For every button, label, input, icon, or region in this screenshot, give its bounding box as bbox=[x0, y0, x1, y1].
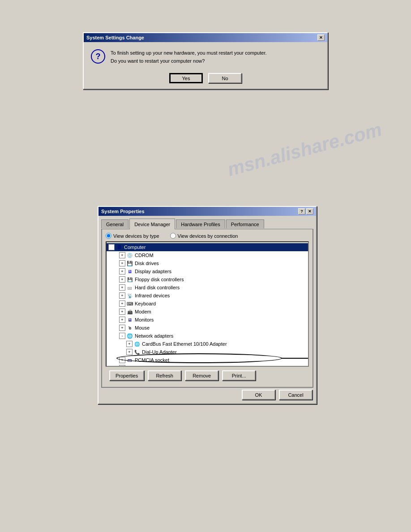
device-item-harddisk[interactable]: + 🖴 Hard disk controllers bbox=[107, 283, 308, 292]
cardbus-icon: 🌐 bbox=[133, 340, 141, 348]
device-list: - 🖥 Computer + 💿 CDROM + 💾 Disk drives bbox=[107, 242, 308, 367]
settings-body: ? To finish setting up your new hardware… bbox=[91, 49, 320, 65]
system-properties-dialog: System Properties ? ✕ General Device Man… bbox=[98, 206, 317, 404]
device-label-network-adapters: Network adapters bbox=[135, 333, 173, 339]
device-item-pcmcia[interactable]: + 🗃 PCMCIA socket bbox=[107, 356, 308, 364]
device-label-ports: Ports (COM & LPT) bbox=[135, 365, 177, 367]
settings-title: System Settings Change bbox=[86, 35, 144, 40]
radio-by-connection[interactable]: View devices by connection bbox=[170, 233, 238, 239]
dialup-icon: 📞 bbox=[133, 348, 141, 356]
device-item-computer[interactable]: - 🖥 Computer bbox=[107, 243, 308, 251]
expand-dialup[interactable]: + bbox=[126, 349, 133, 355]
floppy-icon: 💾 bbox=[126, 276, 133, 283]
settings-content: ? To finish setting up your new hardware… bbox=[84, 42, 327, 89]
tab-hardware-profiles[interactable]: Hardware Profiles bbox=[176, 219, 225, 228]
expand-modem[interactable]: + bbox=[119, 309, 125, 315]
cdrom-icon: 💿 bbox=[126, 252, 133, 259]
expand-network[interactable]: - bbox=[119, 333, 125, 339]
close-button[interactable]: ✕ bbox=[317, 34, 325, 41]
device-item-cdrom[interactable]: + 💿 CDROM bbox=[107, 251, 308, 259]
modem-icon: 📠 bbox=[126, 308, 133, 315]
titlebar-buttons: ✕ bbox=[317, 34, 325, 41]
device-label-cardbus: CardBus Fast Ethernet 10/100 Adapter bbox=[142, 341, 227, 347]
device-label-mouse: Mouse bbox=[135, 325, 150, 330]
device-item-display-adapters[interactable]: + 🖥 Display adapters bbox=[107, 267, 308, 275]
expand-floppy[interactable]: + bbox=[119, 276, 125, 283]
refresh-button[interactable]: Refresh bbox=[148, 370, 181, 381]
tab-general[interactable]: General bbox=[101, 219, 128, 228]
properties-button[interactable]: Properties bbox=[109, 370, 144, 381]
sysprop-title: System Properties bbox=[101, 209, 145, 214]
settings-titlebar: System Settings Change ✕ bbox=[84, 33, 327, 42]
device-item-ports[interactable]: + 🔌 Ports (COM & LPT) bbox=[107, 364, 308, 367]
computer-icon: 🖥 bbox=[116, 244, 123, 251]
help-button[interactable]: ? bbox=[298, 208, 305, 215]
expand-cardbus[interactable]: + bbox=[126, 341, 133, 347]
radio-by-connection-label: View devices by connection bbox=[178, 233, 238, 239]
tab-performance[interactable]: Performance bbox=[226, 219, 264, 228]
expand-infrared[interactable]: + bbox=[119, 292, 125, 299]
device-label-cdrom: CDROM bbox=[135, 253, 154, 258]
expand-ports[interactable]: + bbox=[119, 365, 125, 367]
no-button[interactable]: No bbox=[208, 73, 242, 83]
monitor-icon: 🖥 bbox=[126, 316, 133, 323]
mouse-icon: 🖱 bbox=[126, 324, 133, 331]
network-icon: 🌐 bbox=[126, 332, 133, 339]
device-item-floppy[interactable]: + 💾 Floppy disk controllers bbox=[107, 275, 308, 283]
expand-keyboard[interactable]: + bbox=[119, 300, 125, 307]
settings-buttons: Yes No bbox=[91, 73, 320, 83]
device-label-harddisk: Hard disk controllers bbox=[135, 285, 180, 290]
device-label-modem: Modem bbox=[135, 309, 151, 314]
expand-pcmcia[interactable]: + bbox=[119, 357, 125, 363]
settings-text: To finish setting up your new hardware, … bbox=[111, 49, 267, 65]
keyboard-icon: ⌨ bbox=[126, 300, 133, 307]
sysprop-titlebar: System Properties ? ✕ bbox=[98, 207, 316, 216]
device-item-monitors[interactable]: + 🖥 Monitors bbox=[107, 316, 308, 324]
ports-icon: 🔌 bbox=[126, 365, 133, 367]
sysprop-close-button[interactable]: ✕ bbox=[306, 208, 313, 215]
expand-monitors[interactable]: + bbox=[119, 317, 125, 323]
device-label-pcmcia: PCMCIA socket bbox=[135, 357, 169, 363]
ok-button[interactable]: OK bbox=[242, 390, 275, 400]
tab-device-manager[interactable]: Device Manager bbox=[129, 219, 175, 229]
question-icon: ? bbox=[91, 49, 105, 64]
print-button[interactable]: Print... bbox=[222, 370, 256, 381]
settings-line2: Do you want to restart your computer now… bbox=[111, 57, 267, 65]
ok-cancel-row: OK Cancel bbox=[98, 388, 316, 403]
system-settings-dialog: System Settings Change ✕ ? To finish set… bbox=[83, 32, 328, 90]
radio-by-type-label: View devices by type bbox=[113, 233, 159, 239]
radio-by-type[interactable]: View devices by type bbox=[106, 233, 159, 239]
expand-computer[interactable]: - bbox=[108, 244, 115, 250]
device-label-dialup: Dial-Up Adapter bbox=[142, 349, 177, 355]
expand-display[interactable]: + bbox=[119, 268, 125, 275]
device-item-network-adapters[interactable]: - 🌐 Network adapters bbox=[107, 332, 308, 340]
yes-button[interactable]: Yes bbox=[169, 73, 203, 83]
device-item-modem[interactable]: + 📠 Modem bbox=[107, 308, 308, 316]
remove-button[interactable]: Remove bbox=[185, 370, 218, 381]
device-item-infrared[interactable]: + 📡 Infrared devices bbox=[107, 292, 308, 300]
disk-icon: 💾 bbox=[126, 260, 133, 267]
view-options-row: View devices by type View devices by con… bbox=[106, 233, 309, 239]
expand-cdrom[interactable]: + bbox=[119, 252, 125, 258]
device-item-mouse[interactable]: + 🖱 Mouse bbox=[107, 324, 308, 332]
radio-by-connection-input[interactable] bbox=[170, 233, 176, 239]
cancel-button[interactable]: Cancel bbox=[279, 390, 313, 400]
device-label-floppy: Floppy disk controllers bbox=[135, 277, 184, 282]
device-item-disk-drives[interactable]: + 💾 Disk drives bbox=[107, 259, 308, 267]
bottom-buttons: Properties Refresh Remove Print... bbox=[106, 367, 309, 383]
expand-harddisk[interactable]: + bbox=[119, 284, 125, 291]
tab-panel-device-manager: View devices by type View devices by con… bbox=[101, 229, 313, 388]
device-item-keyboard[interactable]: + ⌨ Keyboard bbox=[107, 300, 308, 308]
expand-disk-drives[interactable]: + bbox=[119, 260, 125, 266]
device-item-dialup[interactable]: + 📞 Dial-Up Adapter bbox=[107, 348, 308, 356]
device-item-cardbus[interactable]: + 🌐 CardBus Fast Ethernet 10/100 Adapter bbox=[107, 340, 308, 348]
device-list-container[interactable]: - 🖥 Computer + 💿 CDROM + 💾 Disk drives bbox=[106, 241, 309, 367]
expand-mouse[interactable]: + bbox=[119, 325, 125, 331]
settings-line1: To finish setting up your new hardware, … bbox=[111, 49, 267, 57]
harddisk-icon: 🖴 bbox=[126, 284, 133, 291]
watermark: msn.alishare.com bbox=[225, 119, 384, 180]
tabs-row: General Device Manager Hardware Profiles… bbox=[98, 216, 316, 229]
device-label-disk-drives: Disk drives bbox=[135, 261, 159, 266]
radio-by-type-input[interactable] bbox=[106, 233, 111, 239]
device-label-monitors: Monitors bbox=[135, 317, 154, 322]
